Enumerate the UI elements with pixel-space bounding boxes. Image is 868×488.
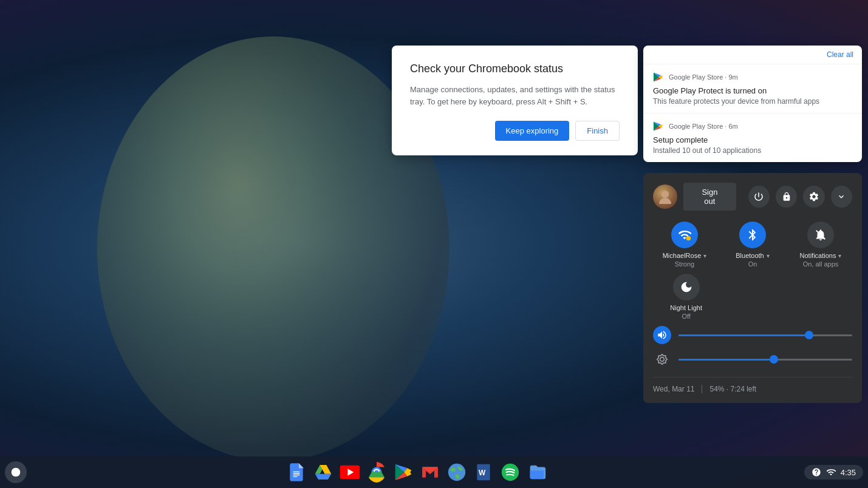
qs-date: Wed, Mar 11 [653, 385, 694, 393]
taskbar-app-spotify[interactable] [498, 460, 522, 484]
finish-button[interactable]: Finish [575, 121, 620, 141]
qs-battery: 54% · 7:24 left [702, 385, 756, 393]
wifi-control[interactable]: MichaelRose ▾ Strong [653, 222, 716, 268]
qs-row-single: Night Light Off [653, 274, 852, 320]
notification-panel: Clear all Google Play Store · 9m Google … [643, 46, 862, 162]
taskbar: W [0, 456, 868, 488]
wifi-label-row: MichaelRose ▾ [663, 252, 707, 259]
svg-point-11 [502, 464, 519, 481]
avatar[interactable] [653, 185, 677, 209]
night-light-control[interactable]: Night Light Off [653, 274, 719, 320]
notifications-icon-container [807, 222, 834, 248]
wifi-icon-container [671, 222, 698, 248]
status-dialog: Check your Chromebook status Manage conn… [392, 46, 638, 155]
bluetooth-icon-container [739, 222, 766, 248]
taskbar-app-youtube[interactable] [338, 460, 362, 484]
power-icon [753, 191, 764, 202]
night-light-icon-container [673, 274, 700, 300]
brightness-icon[interactable] [653, 350, 671, 368]
settings-button[interactable] [803, 186, 824, 208]
play-store-icon [394, 463, 413, 482]
word-icon: W [474, 463, 493, 482]
dialog-body: Manage connections, updates, and setting… [410, 84, 620, 107]
night-light-label: Night Light [670, 304, 702, 311]
keep-exploring-button[interactable]: Keep exploring [495, 121, 570, 141]
dialog-title: Check your Chromebook status [410, 63, 620, 75]
taskbar-app-word[interactable]: W [471, 460, 496, 484]
bluetooth-control[interactable]: Bluetooth ▾ On [721, 222, 784, 268]
volume-track[interactable] [678, 334, 852, 336]
taskbar-apps: W [29, 460, 804, 484]
notif-title-1: Google Play Protect is turned on [653, 86, 852, 95]
launcher-button[interactable] [5, 461, 27, 483]
settings-icon [808, 191, 819, 202]
taskbar-app-chrome[interactable] [364, 460, 389, 484]
svg-point-3 [12, 468, 21, 477]
notifications-control[interactable]: Notifications ▾ On, all apps [789, 222, 852, 268]
dialog-buttons: Keep exploring Finish [410, 121, 620, 141]
files-icon [527, 462, 547, 483]
qs-top-row: Sign out [653, 183, 852, 211]
svg-point-0 [661, 191, 669, 198]
notifications-label-row: Notifications ▾ [800, 252, 842, 259]
notif-source-row-1: Google Play Store · 9m [653, 72, 852, 83]
notif-body-2: Installed 10 out of 10 applications [653, 146, 852, 155]
volume-speaker-icon [657, 330, 668, 341]
quick-settings-panel: Sign out [643, 173, 862, 403]
svg-point-1 [686, 236, 691, 240]
notification-item-1[interactable]: Google Play Store · 9m Google Play Prote… [643, 64, 862, 113]
notif-source-label-1: Google Play Store · 9m [669, 73, 738, 81]
notification-item-2[interactable]: Google Play Store · 6m Setup complete In… [643, 113, 862, 162]
notif-source-row-2: Google Play Store · 6m [653, 121, 852, 132]
wifi-icon [678, 228, 691, 242]
taskbar-right: 4:35 [804, 465, 863, 480]
taskbar-app-docs[interactable] [284, 460, 309, 484]
qs-controls-grid: MichaelRose ▾ Strong Bluetooth ▾ [653, 222, 852, 268]
notif-title-2: Setup complete [653, 135, 852, 144]
sign-out-button[interactable]: Sign out [683, 183, 736, 211]
taskbar-app-earth[interactable] [445, 460, 469, 484]
desktop: Check your Chromebook status Manage conn… [0, 0, 868, 488]
collapse-button[interactable] [831, 186, 852, 208]
chrome-icon [366, 462, 387, 483]
svg-text:W: W [479, 469, 486, 477]
notif-body-1: This feature protects your device from h… [653, 97, 852, 106]
taskbar-sys-tray[interactable]: 4:35 [804, 465, 863, 480]
lock-icon [782, 192, 791, 202]
google-play-icon-1 [653, 72, 664, 83]
docs-icon [287, 463, 306, 482]
power-button[interactable] [748, 186, 770, 208]
notification-header: Clear all [643, 46, 862, 64]
volume-icon[interactable] [653, 326, 671, 344]
brightness-slider-row [653, 350, 852, 368]
night-light-icon [680, 280, 693, 294]
notifications-sublabel: On, all apps [803, 260, 839, 268]
brightness-track[interactable] [678, 359, 852, 361]
taskbar-app-play[interactable] [391, 460, 415, 484]
night-light-sublabel: Off [682, 313, 690, 320]
bluetooth-sublabel: On [748, 260, 757, 268]
qs-bottom-row: Wed, Mar 11 54% · 7:24 left [653, 377, 852, 393]
notifications-icon [814, 228, 827, 242]
taskbar-app-drive[interactable] [311, 460, 335, 484]
earth-icon [446, 462, 467, 483]
drive-icon [313, 463, 333, 482]
lock-button[interactable] [776, 186, 797, 208]
youtube-icon [340, 462, 360, 483]
notif-source-label-2: Google Play Store · 6m [669, 123, 738, 130]
gmail-icon [420, 462, 440, 483]
wifi-sublabel: Strong [675, 260, 694, 268]
volume-slider-row [653, 326, 852, 344]
brightness-icon-svg [656, 353, 668, 365]
bluetooth-icon [746, 228, 759, 242]
bluetooth-label-row: Bluetooth ▾ [736, 252, 769, 259]
chevron-down-icon [836, 192, 846, 202]
wifi-status-icon [826, 467, 836, 477]
taskbar-app-gmail[interactable] [418, 460, 442, 484]
taskbar-time: 4:35 [841, 468, 856, 477]
launcher-icon [9, 466, 22, 479]
help-icon [812, 467, 821, 477]
clear-all-button[interactable]: Clear all [827, 50, 853, 59]
spotify-icon [500, 462, 521, 483]
taskbar-app-files[interactable] [525, 460, 549, 484]
